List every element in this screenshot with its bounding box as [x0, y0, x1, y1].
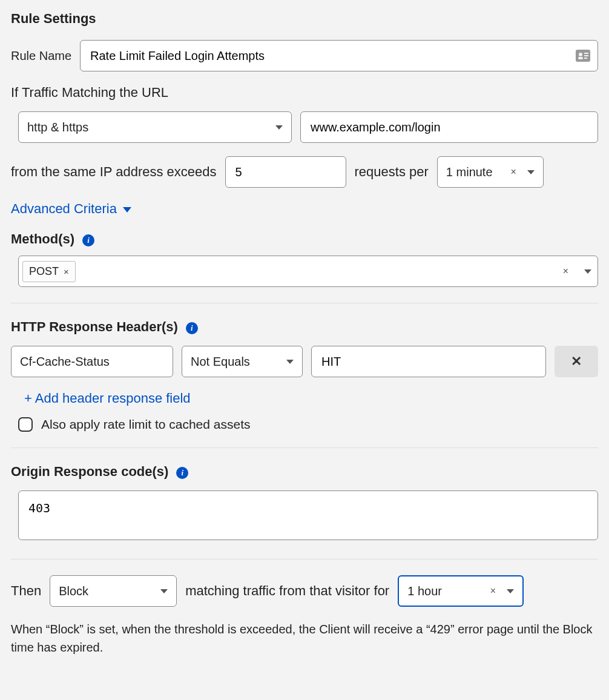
scheme-value: http & https	[27, 121, 88, 134]
info-icon[interactable]: i	[82, 234, 94, 246]
section-title: Rule Settings	[11, 11, 598, 27]
action-select[interactable]: Block	[50, 575, 177, 607]
chevron-down-icon	[507, 589, 514, 593]
methods-label: Method(s)	[11, 231, 74, 246]
rule-name-input-wrapper	[80, 40, 598, 71]
url-input-wrapper	[300, 111, 598, 143]
threshold-count-wrapper	[225, 156, 346, 188]
header-value-input[interactable]	[320, 354, 537, 369]
threshold-period-value: 1 minute	[446, 165, 493, 179]
action-value: Block	[59, 584, 88, 598]
url-input[interactable]	[309, 120, 589, 135]
header-value-input-wrapper	[311, 346, 546, 377]
threshold-period-select[interactable]: 1 minute ×	[437, 156, 544, 188]
header-op-value: Not Equals	[191, 355, 250, 369]
svg-rect-3	[584, 53, 588, 54]
chevron-down-icon	[160, 589, 168, 593]
chevron-down-icon	[286, 360, 294, 364]
action-help-text: When “Block” is set, when the threshold …	[11, 620, 598, 656]
header-name-value: Cf-Cache-Status	[20, 355, 110, 369]
svg-rect-2	[578, 57, 583, 59]
advanced-criteria-toggle[interactable]: Advanced Criteria	[11, 201, 131, 216]
threshold-count-input[interactable]	[234, 165, 337, 180]
id-card-icon	[576, 50, 590, 62]
action-mid: matching traffic from that visitor for	[185, 583, 389, 599]
rule-name-input[interactable]	[89, 48, 589, 64]
header-name-select[interactable]: Cf-Cache-Status	[11, 346, 173, 377]
rule-name-label: Rule Name	[11, 49, 71, 63]
clear-icon[interactable]: ×	[563, 266, 568, 277]
svg-point-1	[579, 53, 582, 56]
info-icon[interactable]: i	[186, 322, 198, 334]
method-chip-label: POST	[29, 265, 59, 278]
duration-select[interactable]: 1 hour ×	[398, 575, 524, 607]
info-icon[interactable]: i	[176, 467, 188, 479]
divider	[11, 447, 598, 448]
svg-rect-4	[584, 55, 588, 56]
traffic-label: If Traffic Matching the URL	[11, 85, 598, 101]
svg-rect-5	[584, 58, 587, 59]
chevron-down-icon	[527, 170, 535, 174]
scheme-select[interactable]: http & https	[18, 111, 292, 143]
origin-codes-input[interactable]	[18, 490, 598, 540]
then-label: Then	[11, 583, 41, 599]
duration-value: 1 hour	[407, 584, 442, 598]
headers-label: HTTP Response Header(s)	[11, 319, 178, 334]
threshold-prefix: from the same IP address exceeds	[11, 164, 217, 180]
cached-assets-checkbox[interactable]	[18, 417, 33, 432]
threshold-mid: requests per	[355, 164, 429, 180]
add-header-link[interactable]: + Add header response field	[24, 391, 191, 406]
header-op-select[interactable]: Not Equals	[182, 346, 303, 377]
clear-icon[interactable]: ×	[511, 167, 516, 177]
chevron-down-icon	[123, 207, 131, 213]
divider	[11, 303, 598, 303]
remove-header-button[interactable]: ✕	[555, 346, 598, 377]
divider	[11, 559, 598, 560]
remove-chip-icon[interactable]: ×	[64, 266, 69, 277]
chevron-down-icon	[584, 269, 591, 274]
chevron-down-icon	[275, 125, 283, 130]
cached-assets-label: Also apply rate limit to cached assets	[41, 417, 251, 432]
origin-label: Origin Response code(s)	[11, 464, 168, 479]
method-chip: POST ×	[22, 261, 76, 282]
methods-multiselect[interactable]: POST × ×	[18, 256, 598, 287]
clear-icon[interactable]: ×	[490, 586, 496, 596]
close-icon: ✕	[571, 354, 582, 369]
advanced-criteria-label: Advanced Criteria	[11, 201, 117, 216]
